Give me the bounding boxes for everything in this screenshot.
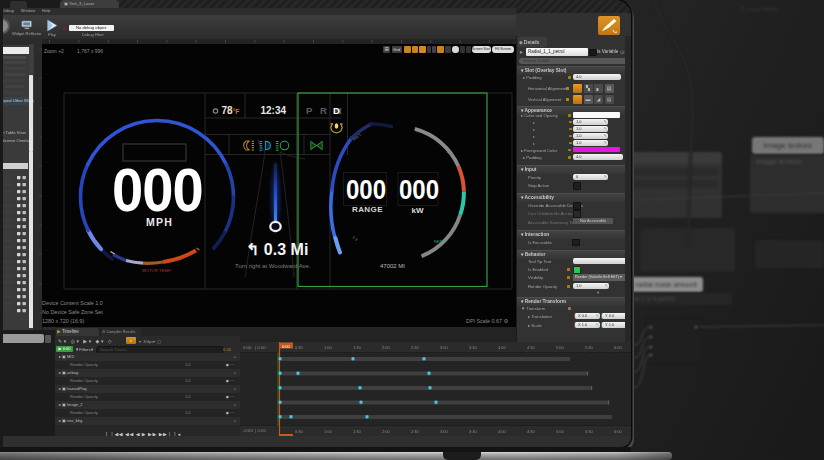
svg-text:2:30: 2:30 xyxy=(411,429,420,434)
svg-text:1:30: 1:30 xyxy=(353,429,362,434)
svg-text:6:00: 6:00 xyxy=(614,345,623,350)
svg-text:1:00: 1:00 xyxy=(324,345,333,350)
svg-text:3:30: 3:30 xyxy=(469,345,478,350)
svg-text:5:00: 5:00 xyxy=(556,345,565,350)
svg-text:6:00: 6:00 xyxy=(614,429,623,434)
svg-text:5:00: 5:00 xyxy=(556,429,565,434)
svg-text:5:30: 5:30 xyxy=(585,429,594,434)
svg-text:0:30: 0:30 xyxy=(295,429,304,434)
svg-text:NET 5: NET 5 xyxy=(434,239,446,244)
svg-text:3:00: 3:00 xyxy=(440,429,449,434)
svg-text:MA 5: MA 5 xyxy=(352,132,363,142)
svg-text:0:00: 0:00 xyxy=(282,343,291,348)
svg-text:4:00: 4:00 xyxy=(498,429,507,434)
svg-text:4:00: 4:00 xyxy=(498,345,507,350)
svg-text:3:30: 3:30 xyxy=(469,429,478,434)
svg-text:4:30: 4:30 xyxy=(527,429,536,434)
svg-text:1:00: 1:00 xyxy=(324,429,333,434)
svg-text:2:00: 2:00 xyxy=(382,345,391,350)
svg-text:1:30: 1:30 xyxy=(353,345,362,350)
svg-text:0 8: 0 8 xyxy=(351,235,359,243)
svg-text:2:00: 2:00 xyxy=(382,429,391,434)
svg-text:3:00: 3:00 xyxy=(440,345,449,350)
svg-text:5:30: 5:30 xyxy=(585,345,594,350)
svg-text:2:30: 2:30 xyxy=(411,345,420,350)
svg-text:4:30: 4:30 xyxy=(527,345,536,350)
svg-text:MOTOR TEMP: MOTOR TEMP xyxy=(142,268,171,273)
svg-text:0:30: 0:30 xyxy=(295,345,304,350)
